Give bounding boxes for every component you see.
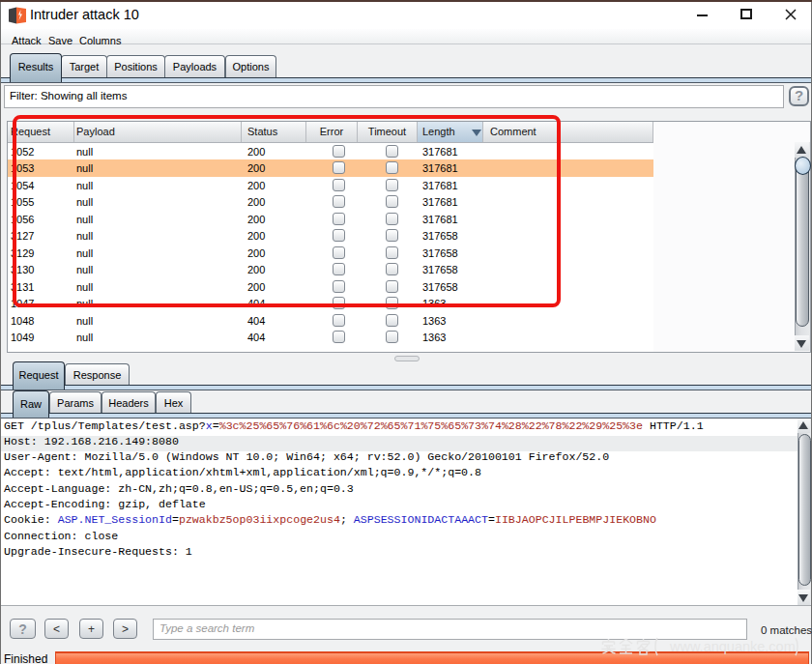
svg-text:www.anquanke.com: www.anquanke.com: [669, 639, 796, 654]
